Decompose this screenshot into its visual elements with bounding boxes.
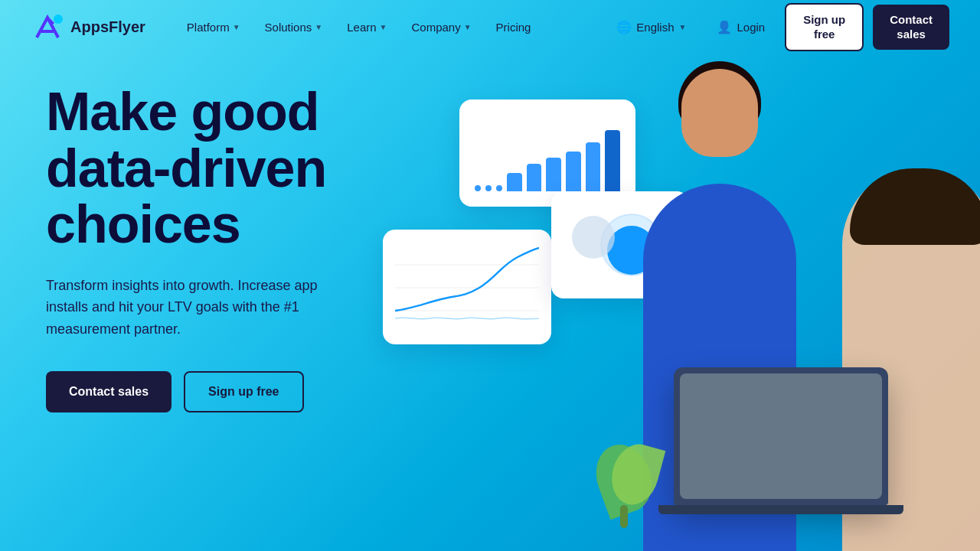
globe-icon: 🌐 <box>616 20 632 34</box>
company-chevron-icon: ▼ <box>464 23 472 31</box>
hero-section: Make good data-driven choices Transform … <box>0 54 980 551</box>
language-selector[interactable]: 🌐 English ▼ <box>606 14 697 41</box>
nav-right: 🌐 English ▼ 👤 Login Sign up free Contact… <box>606 3 949 51</box>
bar-2 <box>527 164 542 191</box>
man-hair <box>850 168 980 245</box>
user-icon: 👤 <box>717 20 732 34</box>
platform-chevron-icon: ▼ <box>233 23 240 31</box>
nav-company[interactable]: Company ▼ <box>400 15 482 40</box>
contact-sales-button-nav[interactable]: Contact sales <box>873 5 949 50</box>
signup-button[interactable]: Sign up free <box>785 3 864 51</box>
bar-4 <box>566 152 581 191</box>
bar-dot-2 <box>485 185 492 191</box>
hero-title: Make good data-driven choices <box>46 84 337 253</box>
bar-3 <box>546 158 561 191</box>
line-chart-svg <box>395 242 539 332</box>
nav-platform[interactable]: Platform ▼ <box>176 15 251 40</box>
navbar: AppsFlyer Platform ▼ Solutions ▼ Learn ▼… <box>0 0 980 54</box>
line-chart-card <box>383 230 551 344</box>
woman-head <box>681 69 758 157</box>
plant-stem <box>620 505 628 528</box>
nav-solutions[interactable]: Solutions ▼ <box>254 15 334 40</box>
hero-text: Make good data-driven choices Transform … <box>46 84 337 551</box>
hero-buttons: Contact sales Sign up free <box>46 371 337 412</box>
hero-visual <box>383 54 980 551</box>
solutions-chevron-icon: ▼ <box>315 23 322 31</box>
nav-links: Platform ▼ Solutions ▼ Learn ▼ Company ▼… <box>176 15 606 40</box>
logo[interactable]: AppsFlyer <box>31 10 145 44</box>
brand-name: AppsFlyer <box>70 18 145 36</box>
language-chevron-icon: ▼ <box>679 23 687 31</box>
svg-point-0 <box>54 15 63 24</box>
laptop-screen <box>680 373 882 499</box>
bar-dot-3 <box>496 185 502 191</box>
learn-chevron-icon: ▼ <box>380 23 387 31</box>
plant <box>597 436 658 528</box>
login-button[interactable]: 👤 Login <box>706 14 776 41</box>
signup-free-button-hero[interactable]: Sign up free <box>184 371 303 412</box>
bar-dot-1 <box>475 185 481 191</box>
nav-learn[interactable]: Learn ▼ <box>336 15 397 40</box>
nav-pricing[interactable]: Pricing <box>485 15 542 40</box>
laptop <box>674 367 888 505</box>
hero-subtitle: Transform insights into growth. Increase… <box>46 275 337 341</box>
bar-1 <box>507 173 522 191</box>
laptop-base <box>658 505 903 514</box>
contact-sales-button-hero[interactable]: Contact sales <box>46 371 172 412</box>
